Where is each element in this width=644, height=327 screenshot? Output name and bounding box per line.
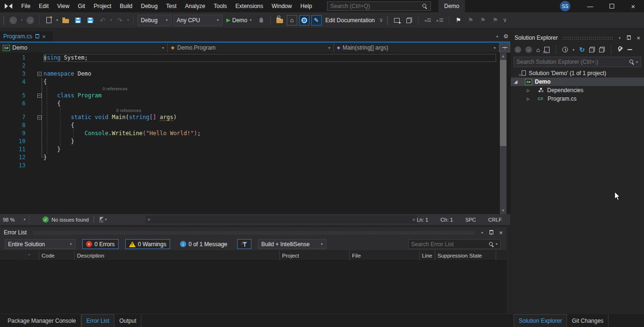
navigate-forward-button[interactable]: → [25,15,35,26]
solution-platform-dropdown[interactable]: Any CPU▾ [173,15,223,26]
errors-filter-button[interactable]: ×0 Errors [82,239,119,249]
select-element-button[interactable] [392,15,402,26]
code-editor[interactable]: 1using System;23−namespace Demo4{0 refer… [0,53,510,214]
new-file-dropdown[interactable]: ▾ [56,18,59,22]
solution-explorer-title-bar[interactable]: Solution Explorer ▾ × [511,32,644,43]
tree-item-solution-demo-1-of-1-project[interactable]: ∞Solution 'Demo' (1 of 1 project) [511,69,644,77]
tree-item-demo[interactable]: ◢C#Demo [511,77,644,86]
fold-toggle-icon[interactable]: − [37,94,42,98]
column-header-suppression-state[interactable]: Suppression State [435,251,496,260]
project-dropdown[interactable]: C# Demo ▾ [0,43,168,52]
tool-tab-git-changes[interactable]: Git Changes [567,314,609,327]
column-header-description[interactable]: Description [75,251,280,260]
code-line-3[interactable]: 3−namespace Demo [0,70,510,78]
error-list-search-input[interactable] [411,241,488,248]
close-window-button[interactable]: × [622,0,644,12]
code-line-4[interactable]: 4{ [0,78,510,86]
increase-indent-button[interactable]: ▸ [435,15,445,26]
vertical-scrollbar[interactable]: ▲ ▼ [500,53,507,214]
column-header-code[interactable]: Code [39,251,75,260]
switch-views-button[interactable] [544,47,550,53]
save-button[interactable] [73,15,83,26]
solution-explorer-search-box[interactable]: ▾ [514,57,641,67]
new-file-button[interactable] [43,15,54,26]
warnings-filter-button[interactable]: 0 Warnings [125,239,170,249]
auto-hide-pin-icon[interactable] [627,35,631,41]
clear-bookmarks-button[interactable]: ⚑ [490,15,500,26]
close-panel-icon[interactable]: × [636,35,640,41]
redo-button[interactable]: ↷ [114,15,125,26]
collapse-panel-icon[interactable] [627,49,632,50]
tree-expander[interactable]: ◢ [511,79,525,84]
tool-tab-output[interactable]: Output [114,314,141,327]
sync-with-active-document-button[interactable]: ↻ [579,46,585,53]
next-bookmark-button[interactable]: ⚑ [478,15,488,26]
fold-toggle-icon[interactable]: − [37,72,42,76]
window-position-dropdown[interactable]: ▾ [481,231,483,235]
preview-selected-items-button[interactable] [599,47,605,52]
member-dropdown[interactable]: ⬥ Main(string[] args) ▾ [334,43,499,52]
menu-project[interactable]: Project [89,0,115,12]
forward-button[interactable]: → [525,46,532,53]
source-dropdown[interactable]: Build + IntelliSense▾ [258,239,326,249]
menu-git[interactable]: Git [74,0,89,12]
window-position-dropdown[interactable]: ▾ [618,36,621,40]
code-cleanup-broom-icon[interactable] [99,217,104,223]
code-line-7[interactable]: 7−static void Main(string[] args) [0,113,510,121]
tree-item-dependencies[interactable]: ▷Dependencies [511,86,644,95]
solution-home-button[interactable]: ⌂ [287,15,297,26]
restore-button[interactable] [601,0,623,12]
decrease-indent-button[interactable]: ◂ [422,15,433,26]
code-line-11[interactable]: 11} [0,146,510,154]
auto-hide-pin-icon[interactable] [489,230,493,235]
doc-edit-toggle[interactable]: ✎ [311,15,322,26]
collapse-all-button[interactable] [589,47,595,52]
navigate-back-dropdown[interactable]: ▾ [20,18,23,22]
scroll-up-icon[interactable]: ▲ [500,53,507,60]
scroll-down-icon[interactable]: ▼ [500,207,507,214]
codelens-row[interactable]: 0 references [0,108,510,113]
search-options-dropdown[interactable]: ▾ [495,242,498,246]
split-window-button[interactable]: ↕ [499,43,510,52]
filter-dropdown[interactable]: ▾ [572,48,575,52]
column-header-line[interactable]: Line [420,251,435,260]
tree-expander[interactable]: ▷ [524,97,538,101]
menu-file[interactable]: File [17,0,34,12]
scope-dropdown[interactable]: Entire Solution▾ [5,239,76,249]
column-header-blank-1[interactable]: ″ [26,251,39,260]
zoom-dropdown[interactable]: 98 %▾ [0,214,29,225]
code-line-13[interactable]: 13 [0,162,510,170]
code-line-2[interactable]: 2 [0,62,510,70]
open-documents-dropdown[interactable]: ▾ [496,34,498,39]
horizontal-scrollbar[interactable]: ◀ ▶ [146,215,417,224]
scroll-right-icon[interactable]: ▶ [413,217,416,222]
column-header-blank-0[interactable] [0,251,26,260]
search-options-dropdown[interactable]: ▾ [635,60,638,64]
solution-configuration-dropdown[interactable]: Debug▾ [137,15,172,26]
toolbar-overflow-button[interactable]: ▾ [503,19,507,22]
hot-reload-button[interactable] [256,15,266,26]
find-in-files-button[interactable] [275,15,285,26]
type-dropdown[interactable]: ❖ Demo.Program ▾ [168,43,334,52]
messages-filter-button[interactable]: i0 of 1 Message [177,239,231,249]
back-button[interactable]: ← [515,46,521,53]
pin-tab-icon[interactable] [35,34,39,39]
menu-build[interactable]: Build [116,0,137,12]
toolbar-grip[interactable] [386,16,389,25]
scrollbar-thumb[interactable] [500,60,507,146]
tool-tab-package-manager-console[interactable]: Package Manager Console [3,314,81,327]
properties-wrench-icon[interactable] [618,47,623,52]
minimize-button[interactable]: — [579,0,601,12]
redo-dropdown[interactable]: ▾ [127,18,129,22]
tree-item-program-cs[interactable]: ▷C#Program.cs [511,95,644,103]
document-outline-button[interactable] [404,15,414,26]
codelens-label[interactable]: 0 references [89,86,128,92]
toggle-bookmark-button[interactable]: ⚑ [453,15,464,26]
quick-search-box[interactable] [327,1,431,11]
code-line-1[interactable]: 1using System; [0,54,510,62]
menu-help[interactable]: Help [296,0,317,12]
error-list-body[interactable] [0,260,507,313]
tool-tab-solution-explorer[interactable]: Solution Explorer [514,314,567,327]
editor-options-gear-icon[interactable]: ⚙ [503,33,508,40]
code-line-5[interactable]: 5−class Program [0,92,510,100]
